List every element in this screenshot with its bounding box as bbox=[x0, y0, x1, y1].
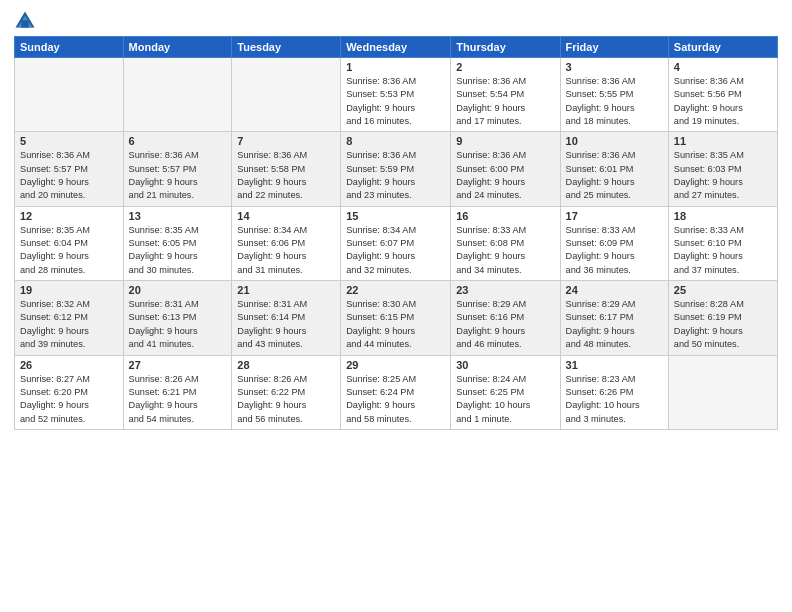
header bbox=[14, 10, 778, 32]
day-number: 1 bbox=[346, 61, 445, 73]
day-cell: 1Sunrise: 8:36 AM Sunset: 5:53 PM Daylig… bbox=[341, 58, 451, 132]
day-cell: 16Sunrise: 8:33 AM Sunset: 6:08 PM Dayli… bbox=[451, 206, 560, 280]
day-info: Sunrise: 8:34 AM Sunset: 6:07 PM Dayligh… bbox=[346, 224, 445, 277]
day-number: 10 bbox=[566, 135, 663, 147]
day-info: Sunrise: 8:36 AM Sunset: 5:53 PM Dayligh… bbox=[346, 75, 445, 128]
day-cell: 22Sunrise: 8:30 AM Sunset: 6:15 PM Dayli… bbox=[341, 281, 451, 355]
day-info: Sunrise: 8:25 AM Sunset: 6:24 PM Dayligh… bbox=[346, 373, 445, 426]
day-cell: 18Sunrise: 8:33 AM Sunset: 6:10 PM Dayli… bbox=[668, 206, 777, 280]
week-row-1: 1Sunrise: 8:36 AM Sunset: 5:53 PM Daylig… bbox=[15, 58, 778, 132]
day-info: Sunrise: 8:30 AM Sunset: 6:15 PM Dayligh… bbox=[346, 298, 445, 351]
col-header-tuesday: Tuesday bbox=[232, 37, 341, 58]
day-number: 30 bbox=[456, 359, 554, 371]
day-cell: 7Sunrise: 8:36 AM Sunset: 5:58 PM Daylig… bbox=[232, 132, 341, 206]
day-cell: 17Sunrise: 8:33 AM Sunset: 6:09 PM Dayli… bbox=[560, 206, 668, 280]
day-number: 7 bbox=[237, 135, 335, 147]
day-number: 18 bbox=[674, 210, 772, 222]
day-cell: 10Sunrise: 8:36 AM Sunset: 6:01 PM Dayli… bbox=[560, 132, 668, 206]
day-number: 9 bbox=[456, 135, 554, 147]
day-info: Sunrise: 8:36 AM Sunset: 5:57 PM Dayligh… bbox=[20, 149, 118, 202]
day-info: Sunrise: 8:24 AM Sunset: 6:25 PM Dayligh… bbox=[456, 373, 554, 426]
day-info: Sunrise: 8:31 AM Sunset: 6:14 PM Dayligh… bbox=[237, 298, 335, 351]
day-cell: 24Sunrise: 8:29 AM Sunset: 6:17 PM Dayli… bbox=[560, 281, 668, 355]
day-number: 29 bbox=[346, 359, 445, 371]
day-info: Sunrise: 8:36 AM Sunset: 5:58 PM Dayligh… bbox=[237, 149, 335, 202]
day-cell: 8Sunrise: 8:36 AM Sunset: 5:59 PM Daylig… bbox=[341, 132, 451, 206]
week-row-4: 19Sunrise: 8:32 AM Sunset: 6:12 PM Dayli… bbox=[15, 281, 778, 355]
day-info: Sunrise: 8:29 AM Sunset: 6:16 PM Dayligh… bbox=[456, 298, 554, 351]
day-number: 31 bbox=[566, 359, 663, 371]
svg-rect-2 bbox=[21, 20, 28, 27]
day-number: 16 bbox=[456, 210, 554, 222]
day-number: 28 bbox=[237, 359, 335, 371]
day-info: Sunrise: 8:36 AM Sunset: 6:01 PM Dayligh… bbox=[566, 149, 663, 202]
day-info: Sunrise: 8:36 AM Sunset: 5:55 PM Dayligh… bbox=[566, 75, 663, 128]
day-cell: 3Sunrise: 8:36 AM Sunset: 5:55 PM Daylig… bbox=[560, 58, 668, 132]
day-info: Sunrise: 8:31 AM Sunset: 6:13 PM Dayligh… bbox=[129, 298, 227, 351]
day-cell: 4Sunrise: 8:36 AM Sunset: 5:56 PM Daylig… bbox=[668, 58, 777, 132]
day-info: Sunrise: 8:33 AM Sunset: 6:10 PM Dayligh… bbox=[674, 224, 772, 277]
day-info: Sunrise: 8:32 AM Sunset: 6:12 PM Dayligh… bbox=[20, 298, 118, 351]
day-info: Sunrise: 8:36 AM Sunset: 5:54 PM Dayligh… bbox=[456, 75, 554, 128]
day-cell: 13Sunrise: 8:35 AM Sunset: 6:05 PM Dayli… bbox=[123, 206, 232, 280]
day-cell: 23Sunrise: 8:29 AM Sunset: 6:16 PM Dayli… bbox=[451, 281, 560, 355]
day-cell: 26Sunrise: 8:27 AM Sunset: 6:20 PM Dayli… bbox=[15, 355, 124, 429]
day-cell bbox=[15, 58, 124, 132]
day-cell bbox=[232, 58, 341, 132]
day-number: 27 bbox=[129, 359, 227, 371]
col-header-saturday: Saturday bbox=[668, 37, 777, 58]
day-number: 4 bbox=[674, 61, 772, 73]
day-info: Sunrise: 8:33 AM Sunset: 6:08 PM Dayligh… bbox=[456, 224, 554, 277]
day-info: Sunrise: 8:36 AM Sunset: 5:57 PM Dayligh… bbox=[129, 149, 227, 202]
day-info: Sunrise: 8:28 AM Sunset: 6:19 PM Dayligh… bbox=[674, 298, 772, 351]
day-info: Sunrise: 8:26 AM Sunset: 6:22 PM Dayligh… bbox=[237, 373, 335, 426]
day-info: Sunrise: 8:33 AM Sunset: 6:09 PM Dayligh… bbox=[566, 224, 663, 277]
calendar-table: SundayMondayTuesdayWednesdayThursdayFrid… bbox=[14, 36, 778, 430]
day-info: Sunrise: 8:36 AM Sunset: 6:00 PM Dayligh… bbox=[456, 149, 554, 202]
day-cell: 14Sunrise: 8:34 AM Sunset: 6:06 PM Dayli… bbox=[232, 206, 341, 280]
logo bbox=[14, 10, 40, 32]
day-number: 26 bbox=[20, 359, 118, 371]
day-number: 11 bbox=[674, 135, 772, 147]
day-number: 25 bbox=[674, 284, 772, 296]
day-cell: 25Sunrise: 8:28 AM Sunset: 6:19 PM Dayli… bbox=[668, 281, 777, 355]
day-cell: 27Sunrise: 8:26 AM Sunset: 6:21 PM Dayli… bbox=[123, 355, 232, 429]
day-cell: 21Sunrise: 8:31 AM Sunset: 6:14 PM Dayli… bbox=[232, 281, 341, 355]
week-row-5: 26Sunrise: 8:27 AM Sunset: 6:20 PM Dayli… bbox=[15, 355, 778, 429]
day-number: 8 bbox=[346, 135, 445, 147]
day-cell: 28Sunrise: 8:26 AM Sunset: 6:22 PM Dayli… bbox=[232, 355, 341, 429]
day-cell: 29Sunrise: 8:25 AM Sunset: 6:24 PM Dayli… bbox=[341, 355, 451, 429]
col-header-wednesday: Wednesday bbox=[341, 37, 451, 58]
day-cell bbox=[123, 58, 232, 132]
day-cell: 2Sunrise: 8:36 AM Sunset: 5:54 PM Daylig… bbox=[451, 58, 560, 132]
day-number: 2 bbox=[456, 61, 554, 73]
day-info: Sunrise: 8:29 AM Sunset: 6:17 PM Dayligh… bbox=[566, 298, 663, 351]
day-cell: 9Sunrise: 8:36 AM Sunset: 6:00 PM Daylig… bbox=[451, 132, 560, 206]
day-cell: 11Sunrise: 8:35 AM Sunset: 6:03 PM Dayli… bbox=[668, 132, 777, 206]
col-header-friday: Friday bbox=[560, 37, 668, 58]
day-info: Sunrise: 8:36 AM Sunset: 5:59 PM Dayligh… bbox=[346, 149, 445, 202]
page: SundayMondayTuesdayWednesdayThursdayFrid… bbox=[0, 0, 792, 612]
day-number: 13 bbox=[129, 210, 227, 222]
day-number: 17 bbox=[566, 210, 663, 222]
day-number: 5 bbox=[20, 135, 118, 147]
day-number: 6 bbox=[129, 135, 227, 147]
day-cell bbox=[668, 355, 777, 429]
day-info: Sunrise: 8:35 AM Sunset: 6:05 PM Dayligh… bbox=[129, 224, 227, 277]
day-info: Sunrise: 8:36 AM Sunset: 5:56 PM Dayligh… bbox=[674, 75, 772, 128]
day-number: 3 bbox=[566, 61, 663, 73]
day-cell: 6Sunrise: 8:36 AM Sunset: 5:57 PM Daylig… bbox=[123, 132, 232, 206]
week-row-3: 12Sunrise: 8:35 AM Sunset: 6:04 PM Dayli… bbox=[15, 206, 778, 280]
day-cell: 15Sunrise: 8:34 AM Sunset: 6:07 PM Dayli… bbox=[341, 206, 451, 280]
logo-icon bbox=[14, 10, 36, 32]
day-info: Sunrise: 8:26 AM Sunset: 6:21 PM Dayligh… bbox=[129, 373, 227, 426]
day-info: Sunrise: 8:23 AM Sunset: 6:26 PM Dayligh… bbox=[566, 373, 663, 426]
day-number: 14 bbox=[237, 210, 335, 222]
day-number: 23 bbox=[456, 284, 554, 296]
day-info: Sunrise: 8:34 AM Sunset: 6:06 PM Dayligh… bbox=[237, 224, 335, 277]
day-cell: 12Sunrise: 8:35 AM Sunset: 6:04 PM Dayli… bbox=[15, 206, 124, 280]
day-number: 15 bbox=[346, 210, 445, 222]
col-header-thursday: Thursday bbox=[451, 37, 560, 58]
day-number: 20 bbox=[129, 284, 227, 296]
day-info: Sunrise: 8:35 AM Sunset: 6:03 PM Dayligh… bbox=[674, 149, 772, 202]
